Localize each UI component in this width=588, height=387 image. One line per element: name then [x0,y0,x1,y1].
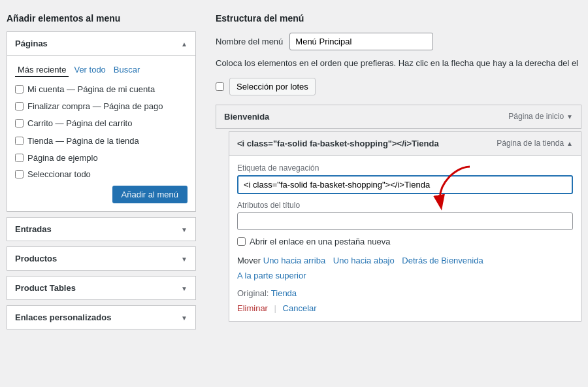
pagina-ejemplo-label: Página de ejemplo [27,152,98,164]
product-tables-title: Product Tables [15,283,76,293]
select-all-row: Seleccionar todo [15,169,188,179]
right-panel: Estructura del menú Nombre del menú Menú… [196,13,581,324]
enlaces-accordion-header[interactable]: Enlaces personalizados [7,306,195,329]
delete-link[interactable]: Eliminar [237,303,268,313]
title-attr-label: Atributos del título [237,201,573,210]
menu-items-wrapper: Bienvenida Página de inicio ▼ <i class="… [216,105,581,322]
list-item: Finalizar compra — Página de pago [15,101,188,112]
entradas-accordion-header[interactable]: Entradas [7,218,195,241]
tab-buscar[interactable]: Buscar [111,63,142,77]
tienda-header[interactable]: <i class="fa-solid fa-basket-shopping"><… [229,132,581,155]
tab-mas-reciente[interactable]: Más reciente [15,63,69,77]
add-to-menu-button[interactable]: Añadir al menú [112,186,188,203]
enlaces-chevron-down-icon [181,312,188,322]
open-new-tab-label: Abrir el enlace en una pestaña nueva [250,237,390,246]
enlaces-title: Enlaces personalizados [15,312,111,322]
mi-cuenta-checkbox[interactable] [15,85,24,93]
bienvenida-type: Página de inicio ▼ [508,112,573,121]
original-link[interactable]: Tienda [271,288,297,298]
enlaces-accordion: Enlaces personalizados [7,305,196,329]
productos-title: Productos [15,254,57,263]
list-item: Tienda — Página de la tienda [15,135,188,147]
title-attr-input[interactable] [237,212,573,230]
paginas-accordion-header[interactable]: Páginas [7,32,195,56]
productos-accordion-header[interactable]: Productos [7,247,195,270]
tienda-checkbox[interactable] [15,137,24,145]
tienda-chevron-up-icon: ▲ [566,140,573,147]
paginas-tabs: Más reciente Ver todo Buscar [15,63,188,77]
select-all-label: Seleccionar todo [27,169,91,179]
delete-row: Eliminar | Cancelar [237,303,573,313]
tienda-name: <i class="fa-solid fa-basket-shopping"><… [237,139,439,148]
tienda-label: Tienda — Página de la tienda [27,135,139,147]
entradas-title: Entradas [15,224,52,234]
right-heading: Estructura del menú [216,13,581,24]
finalizar-compra-label: Finalizar compra — Página de pago [27,101,163,112]
bienvenida-header[interactable]: Bienvenida Página de inicio ▼ [216,105,581,128]
paginas-title: Páginas [15,39,48,48]
tab-ver-todo[interactable]: Ver todo [71,63,108,77]
move-detras-link[interactable]: Detrás de Bienvenida [402,256,483,265]
move-up-link[interactable]: Uno hacia arriba [263,256,325,265]
product-tables-accordion: Product Tables [7,276,196,300]
move-top-link[interactable]: A la parte superior [237,271,306,280]
entradas-chevron-down-icon [181,224,188,234]
move-row: Mover Uno hacia arriba Uno hacia abajo D… [237,253,573,284]
nav-label: Etiqueta de navegación [237,163,573,173]
left-panel: Añadir elementos al menu Páginas Más rec… [7,13,196,335]
title-attr-row: Atributos del título [237,201,573,230]
cancel-link[interactable]: Cancelar [283,303,317,313]
tienda-type: Página de la tienda ▲ [497,139,573,148]
menu-item-tienda: <i class="fa-solid fa-basket-shopping"><… [229,131,581,322]
product-tables-accordion-header[interactable]: Product Tables [7,277,195,299]
entradas-accordion: Entradas [7,217,196,241]
bienvenida-chevron-down-icon: ▼ [566,113,573,120]
pagina-ejemplo-checkbox[interactable] [15,154,24,162]
move-down-link[interactable]: Uno hacia abajo [333,256,395,265]
bienvenida-type-label: Página de inicio [508,112,564,121]
list-item: Página de ejemplo [15,152,188,164]
select-all-checkbox[interactable] [15,170,24,178]
menu-name-input[interactable]: Menú Principal [289,33,433,50]
batch-select-button[interactable]: Selección por lotes [229,78,316,95]
batch-select-checkbox[interactable] [216,82,224,91]
paginas-chevron-up-icon [181,39,188,48]
separator: | [274,303,276,313]
productos-chevron-down-icon [181,254,188,263]
mi-cuenta-label: Mi cuenta — Página de mi cuenta [27,84,155,95]
original-label: Original: [237,288,269,298]
menu-name-row: Nombre del menú Menú Principal [216,33,581,50]
move-label: Mover [237,256,261,265]
nav-label-input[interactable] [237,175,573,194]
left-heading: Añadir elementos al menu [7,13,196,24]
tienda-expanded-body: Etiqueta de navegación Atributos del tít… [229,155,581,322]
list-item: Mi cuenta — Página de mi cuenta [15,84,188,95]
original-row: Original: Tienda [237,288,573,298]
tienda-type-label: Página de la tienda [497,139,564,148]
carrito-checkbox[interactable] [15,119,24,127]
batch-select-row: Selección por lotes [216,78,581,95]
menu-item-bienvenida: Bienvenida Página de inicio ▼ [216,105,581,129]
carrito-label: Carrito — Página del carrito [27,118,132,129]
list-item: Carrito — Página del carrito [15,118,188,129]
paginas-accordion: Páginas Más reciente Ver todo Buscar Mi … [7,31,196,212]
nav-label-row: Etiqueta de navegación [237,163,573,194]
finalizar-compra-checkbox[interactable] [15,102,24,110]
bienvenida-name: Bienvenida [224,112,269,122]
paginas-accordion-body: Más reciente Ver todo Buscar Mi cuenta —… [7,56,195,211]
menu-name-label: Nombre del menú [216,37,283,46]
open-new-tab-row: Abrir el enlace en una pestaña nueva [237,237,573,246]
product-tables-chevron-down-icon [181,283,188,293]
instruction-text: Coloca los elementos en el orden que pre… [216,57,581,70]
open-new-tab-checkbox[interactable] [237,237,246,246]
productos-accordion: Productos [7,246,196,271]
